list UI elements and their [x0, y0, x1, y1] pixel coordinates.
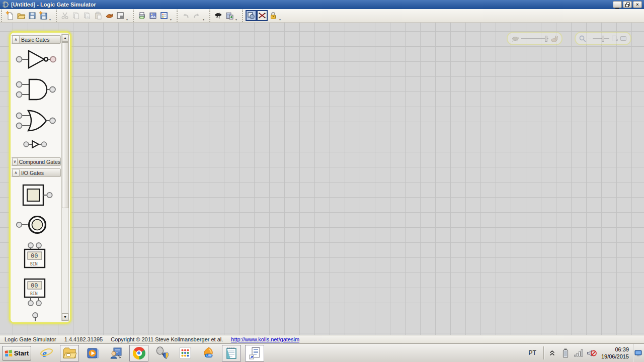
select-tool-button[interactable]: [246, 10, 257, 21]
cut-wire-button[interactable]: [257, 10, 268, 21]
toolbar-overflow-icon[interactable]: ▾: [235, 18, 237, 21]
binary-display-bottom-item[interactable]: 00 BIN: [14, 278, 59, 308]
buffer-gate-item[interactable]: [20, 139, 52, 149]
taskbar-item-media-player[interactable]: [83, 345, 102, 361]
new-file-icon: [6, 11, 15, 20]
options-list-icon: [159, 11, 169, 20]
titlebar: [Untitled] - Logic Gate Simulator ▁ ×: [0, 0, 644, 9]
start-button[interactable]: Start: [2, 346, 31, 360]
taskbar-item-notepad[interactable]: [222, 345, 241, 361]
signal-bars-icon: [574, 349, 584, 357]
and-gate-item[interactable]: [15, 77, 57, 102]
copy-button[interactable]: [70, 10, 82, 21]
binary-display-top-item[interactable]: 00 BIN: [14, 242, 59, 268]
scroll-down-icon[interactable]: ▼: [62, 313, 68, 321]
or-gate-item[interactable]: [15, 108, 57, 133]
status-copyright: Copyright © 2011 Steve Kollmansberger et…: [111, 336, 223, 342]
redo-icon: [192, 11, 201, 20]
start-label: Start: [14, 349, 29, 357]
capture-image-icon: [148, 11, 157, 20]
toolbar-group-edit: ▾: [56, 10, 129, 22]
scroll-up-icon[interactable]: ▲: [62, 34, 68, 42]
chrome-icon: [133, 347, 145, 359]
speed-slider-track[interactable]: [521, 38, 548, 39]
close-button[interactable]: ×: [633, 1, 642, 8]
toolbar-overflow-icon[interactable]: ▾: [49, 18, 51, 21]
toolbar-overflow-icon[interactable]: ▾: [203, 18, 204, 21]
save-as-button[interactable]: [38, 10, 49, 21]
window-title: [Untitled] - Logic Gate Simulator: [11, 2, 96, 8]
new-file-button[interactable]: [5, 10, 16, 21]
led-item[interactable]: [14, 213, 59, 236]
save-as-icon: [39, 11, 48, 20]
klite-codec-icon: LITE: [202, 346, 215, 360]
network-signal-indicator[interactable]: [573, 347, 584, 358]
volume-muted-indicator[interactable]: [586, 347, 597, 358]
fit-screen-icon[interactable]: [620, 36, 627, 41]
embed-circuit-button[interactable]: [224, 10, 235, 21]
battery-indicator[interactable]: [560, 347, 571, 358]
battery-icon: [562, 348, 569, 358]
options-button[interactable]: [158, 10, 170, 21]
zoom-slider-track[interactable]: [593, 38, 609, 39]
fit-page-icon[interactable]: [611, 35, 618, 42]
scrollbar-thumb[interactable]: [62, 42, 68, 208]
simulation-speed-slider[interactable]: [507, 32, 562, 45]
open-file-button[interactable]: [16, 10, 27, 21]
view-window-icon: [116, 11, 125, 20]
redo-button[interactable]: [191, 10, 202, 21]
windows-logo-icon: [5, 349, 13, 357]
lock-icon: [269, 11, 278, 20]
clock[interactable]: 06:39 19/06/2015: [601, 346, 629, 360]
paste-button[interactable]: [93, 10, 104, 21]
palette-scrollbar[interactable]: ▲ ▼: [61, 34, 69, 321]
tray-divider: [543, 346, 544, 359]
print-button[interactable]: [136, 10, 147, 21]
restore-button[interactable]: [623, 1, 632, 8]
toolbar-overflow-icon[interactable]: ▾: [279, 18, 281, 21]
print-icon: [137, 11, 146, 20]
system-tray: PT 06:39: [524, 344, 643, 362]
save-button[interactable]: [27, 10, 38, 21]
tray-date: 19/06/2015: [601, 353, 629, 360]
svg-text:BIN: BIN: [30, 262, 38, 266]
zoom-out-icon[interactable]: –: [588, 36, 591, 41]
capture-image-button[interactable]: [147, 10, 158, 21]
taskbar-item-app-grid[interactable]: [176, 345, 195, 361]
view-window-button[interactable]: [115, 10, 126, 21]
create-ic-button[interactable]: [213, 10, 224, 21]
taskbar-item-klite-codec[interactable]: LITE: [199, 345, 218, 361]
minimize-button[interactable]: ▁: [613, 1, 622, 8]
undo-button[interactable]: [180, 10, 191, 21]
taskbar-item-logic-gate-simulator[interactable]: [245, 345, 264, 361]
toolbar-overflow-icon[interactable]: ▾: [126, 18, 128, 21]
lock-button[interactable]: [268, 10, 279, 21]
taskbar-item-internet-explorer[interactable]: e: [37, 345, 56, 361]
taskbar-item-installer[interactable]: [106, 345, 125, 361]
status-link[interactable]: http://www.kolls.net/gatesim: [231, 336, 299, 342]
section-header-io-gates[interactable]: ∧ I/O Gates: [12, 168, 61, 177]
show-hidden-icons-button[interactable]: [547, 347, 558, 358]
status-version: 1.4.4182.31395: [64, 336, 103, 342]
svg-text:00: 00: [31, 252, 38, 259]
app-icon: [2, 2, 9, 8]
speed-slider-handle[interactable]: [545, 36, 547, 42]
taskbar-item-net-shield-tool[interactable]: [152, 345, 172, 361]
toolbar-overflow-icon[interactable]: ▾: [170, 18, 172, 21]
section-header-basic-gates[interactable]: ∧ Basic Gates: [12, 35, 61, 44]
zoom-slider[interactable]: –: [575, 32, 631, 45]
pan-tool-button[interactable]: [104, 10, 115, 21]
show-desktop-button[interactable]: [633, 344, 643, 362]
cut-button[interactable]: [59, 10, 70, 21]
taskbar-item-file-explorer[interactable]: [60, 345, 79, 361]
switch-item[interactable]: [14, 183, 59, 207]
language-indicator[interactable]: PT: [524, 349, 541, 356]
zoom-slider-handle[interactable]: [602, 36, 604, 42]
app-grid-icon: [179, 346, 192, 359]
section-header-compound-gates[interactable]: ∨ Compound Gates: [12, 157, 61, 166]
not-gate-item[interactable]: [15, 48, 57, 71]
copy-image-button[interactable]: [82, 10, 93, 21]
circuit-canvas[interactable]: ∧ Basic Gates: [0, 23, 644, 335]
numeric-input-item[interactable]: 0: [14, 312, 59, 321]
taskbar-item-chrome[interactable]: [129, 345, 148, 361]
